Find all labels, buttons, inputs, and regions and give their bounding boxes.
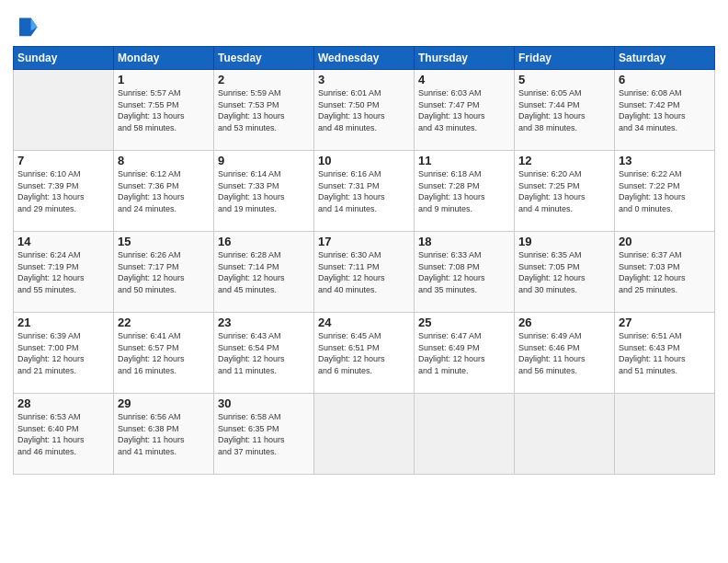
day-number: 26	[518, 316, 610, 329]
day-number: 25	[418, 316, 510, 329]
day-info: Sunrise: 6:05 AM Sunset: 7:44 PM Dayligh…	[518, 87, 610, 133]
day-info: Sunrise: 6:26 AM Sunset: 7:17 PM Dayligh…	[118, 249, 210, 295]
day-number: 5	[518, 73, 610, 86]
day-number: 14	[17, 235, 109, 248]
calendar-cell: 6Sunrise: 6:08 AM Sunset: 7:42 PM Daylig…	[615, 70, 715, 151]
calendar-cell: 5Sunrise: 6:05 AM Sunset: 7:44 PM Daylig…	[515, 70, 615, 151]
calendar-cell: 20Sunrise: 6:37 AM Sunset: 7:03 PM Dayli…	[615, 232, 715, 313]
day-number: 23	[218, 316, 310, 329]
day-info: Sunrise: 6:41 AM Sunset: 6:57 PM Dayligh…	[118, 330, 210, 376]
calendar-cell: 9Sunrise: 6:14 AM Sunset: 7:33 PM Daylig…	[214, 151, 314, 232]
calendar-cell: 19Sunrise: 6:35 AM Sunset: 7:05 PM Dayli…	[515, 232, 615, 313]
day-info: Sunrise: 6:45 AM Sunset: 6:51 PM Dayligh…	[318, 330, 410, 376]
calendar-cell: 21Sunrise: 6:39 AM Sunset: 7:00 PM Dayli…	[14, 313, 114, 394]
day-info: Sunrise: 6:53 AM Sunset: 6:40 PM Dayligh…	[17, 411, 109, 457]
day-info: Sunrise: 6:14 AM Sunset: 7:33 PM Dayligh…	[218, 168, 310, 214]
day-info: Sunrise: 6:33 AM Sunset: 7:08 PM Dayligh…	[418, 249, 510, 295]
day-number: 4	[418, 73, 510, 86]
calendar-cell	[14, 70, 114, 151]
day-number: 28	[17, 396, 109, 410]
calendar-cell: 10Sunrise: 6:16 AM Sunset: 7:31 PM Dayli…	[314, 151, 415, 232]
calendar-cell: 18Sunrise: 6:33 AM Sunset: 7:08 PM Dayli…	[415, 232, 515, 313]
day-header-sunday: Sunday	[14, 47, 114, 70]
calendar-cell: 7Sunrise: 6:10 AM Sunset: 7:39 PM Daylig…	[14, 151, 114, 232]
day-number: 1	[118, 73, 210, 86]
day-number: 22	[118, 316, 210, 329]
calendar-cell: 26Sunrise: 6:49 AM Sunset: 6:46 PM Dayli…	[515, 313, 615, 394]
day-header-monday: Monday	[114, 47, 214, 70]
day-number: 11	[418, 154, 510, 167]
day-number: 20	[619, 235, 711, 248]
calendar-cell: 30Sunrise: 6:58 AM Sunset: 6:35 PM Dayli…	[214, 394, 314, 475]
calendar-cell: 16Sunrise: 6:28 AM Sunset: 7:14 PM Dayli…	[214, 232, 314, 313]
day-info: Sunrise: 6:49 AM Sunset: 6:46 PM Dayligh…	[518, 330, 610, 376]
calendar-cell: 28Sunrise: 6:53 AM Sunset: 6:40 PM Dayli…	[14, 394, 114, 475]
calendar-cell: 13Sunrise: 6:22 AM Sunset: 7:22 PM Dayli…	[615, 151, 715, 232]
day-info: Sunrise: 6:35 AM Sunset: 7:05 PM Dayligh…	[518, 249, 610, 295]
calendar-cell: 22Sunrise: 6:41 AM Sunset: 6:57 PM Dayli…	[114, 313, 214, 394]
day-info: Sunrise: 6:58 AM Sunset: 6:35 PM Dayligh…	[218, 411, 310, 457]
calendar: SundayMondayTuesdayWednesdayThursdayFrid…	[13, 46, 715, 475]
day-info: Sunrise: 5:57 AM Sunset: 7:55 PM Dayligh…	[118, 87, 210, 133]
day-number: 27	[619, 316, 711, 329]
day-header-saturday: Saturday	[615, 47, 715, 70]
day-number: 7	[17, 154, 109, 167]
day-number: 17	[318, 235, 410, 248]
day-number: 18	[418, 235, 510, 248]
day-info: Sunrise: 6:39 AM Sunset: 7:00 PM Dayligh…	[17, 330, 109, 376]
day-number: 16	[218, 235, 310, 248]
day-info: Sunrise: 5:59 AM Sunset: 7:53 PM Dayligh…	[218, 87, 310, 133]
calendar-cell: 2Sunrise: 5:59 AM Sunset: 7:53 PM Daylig…	[214, 70, 314, 151]
calendar-cell: 27Sunrise: 6:51 AM Sunset: 6:43 PM Dayli…	[615, 313, 715, 394]
calendar-cell	[415, 394, 515, 475]
day-number: 2	[218, 73, 310, 86]
day-number: 3	[318, 73, 410, 86]
day-info: Sunrise: 6:10 AM Sunset: 7:39 PM Dayligh…	[17, 168, 109, 214]
calendar-cell: 12Sunrise: 6:20 AM Sunset: 7:25 PM Dayli…	[515, 151, 615, 232]
day-number: 24	[318, 316, 410, 329]
day-number: 15	[118, 235, 210, 248]
day-number: 19	[518, 235, 610, 248]
calendar-cell: 17Sunrise: 6:30 AM Sunset: 7:11 PM Dayli…	[314, 232, 415, 313]
svg-marker-1	[31, 18, 38, 31]
day-info: Sunrise: 6:16 AM Sunset: 7:31 PM Dayligh…	[318, 168, 410, 214]
header	[13, 9, 715, 39]
day-header-friday: Friday	[515, 47, 615, 70]
day-number: 6	[619, 73, 711, 86]
day-number: 9	[218, 154, 310, 167]
day-info: Sunrise: 6:22 AM Sunset: 7:22 PM Dayligh…	[619, 168, 711, 214]
day-info: Sunrise: 6:03 AM Sunset: 7:47 PM Dayligh…	[418, 87, 510, 133]
day-header-tuesday: Tuesday	[214, 47, 314, 70]
day-number: 29	[118, 396, 210, 410]
calendar-cell: 15Sunrise: 6:26 AM Sunset: 7:17 PM Dayli…	[114, 232, 214, 313]
calendar-cell: 29Sunrise: 6:56 AM Sunset: 6:38 PM Dayli…	[114, 394, 214, 475]
calendar-cell	[615, 394, 715, 475]
day-number: 12	[518, 154, 610, 167]
calendar-cell	[515, 394, 615, 475]
day-info: Sunrise: 6:01 AM Sunset: 7:50 PM Dayligh…	[318, 87, 410, 133]
day-info: Sunrise: 6:30 AM Sunset: 7:11 PM Dayligh…	[318, 249, 410, 295]
calendar-cell: 23Sunrise: 6:43 AM Sunset: 6:54 PM Dayli…	[214, 313, 314, 394]
day-header-wednesday: Wednesday	[314, 47, 415, 70]
day-info: Sunrise: 6:08 AM Sunset: 7:42 PM Dayligh…	[619, 87, 711, 133]
calendar-cell: 3Sunrise: 6:01 AM Sunset: 7:50 PM Daylig…	[314, 70, 415, 151]
day-info: Sunrise: 6:56 AM Sunset: 6:38 PM Dayligh…	[118, 411, 210, 457]
calendar-cell: 4Sunrise: 6:03 AM Sunset: 7:47 PM Daylig…	[415, 70, 515, 151]
day-info: Sunrise: 6:20 AM Sunset: 7:25 PM Dayligh…	[518, 168, 610, 214]
calendar-cell: 24Sunrise: 6:45 AM Sunset: 6:51 PM Dayli…	[314, 313, 415, 394]
day-number: 8	[118, 154, 210, 167]
calendar-cell: 14Sunrise: 6:24 AM Sunset: 7:19 PM Dayli…	[14, 232, 114, 313]
calendar-header-row: SundayMondayTuesdayWednesdayThursdayFrid…	[14, 47, 715, 70]
logo	[13, 13, 40, 39]
calendar-cell: 25Sunrise: 6:47 AM Sunset: 6:49 PM Dayli…	[415, 313, 515, 394]
calendar-cell: 1Sunrise: 5:57 AM Sunset: 7:55 PM Daylig…	[114, 70, 214, 151]
day-number: 13	[619, 154, 711, 167]
day-number: 21	[17, 316, 109, 329]
page-container: SundayMondayTuesdayWednesdayThursdayFrid…	[0, 0, 728, 484]
logo-icon	[13, 13, 39, 39]
day-info: Sunrise: 6:28 AM Sunset: 7:14 PM Dayligh…	[218, 249, 310, 295]
day-info: Sunrise: 6:47 AM Sunset: 6:49 PM Dayligh…	[418, 330, 510, 376]
calendar-cell	[314, 394, 415, 475]
day-info: Sunrise: 6:37 AM Sunset: 7:03 PM Dayligh…	[619, 249, 711, 295]
day-info: Sunrise: 6:18 AM Sunset: 7:28 PM Dayligh…	[418, 168, 510, 214]
